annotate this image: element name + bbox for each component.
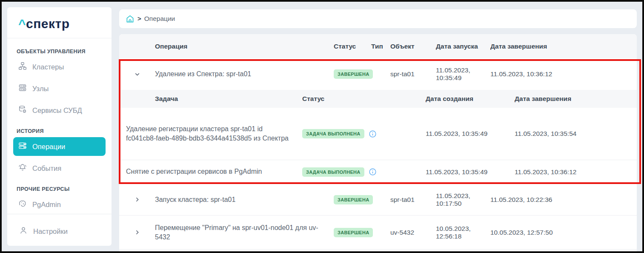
operation-start: 11.05.2023, 10:17:50 bbox=[436, 192, 490, 207]
col-header-operation: Операция bbox=[155, 43, 334, 50]
sidebar-item-operations[interactable]: Операции bbox=[13, 137, 106, 156]
operation-name: Удаление из Спектра: spr-ta01 bbox=[155, 69, 334, 79]
operation-object: uv-5432 bbox=[390, 229, 436, 236]
info-icon[interactable] bbox=[369, 168, 377, 176]
breadcrumb: > Операции bbox=[119, 9, 637, 28]
operation-end: 11.05.2023, 10:22:36 bbox=[490, 196, 637, 204]
sidebar-item-label: Настройки bbox=[33, 227, 68, 236]
table-row[interactable]: Перемещение "Primary" на spr-uv01-node01… bbox=[119, 215, 637, 249]
status-badge: ЗАВЕРШЕНА bbox=[334, 69, 373, 79]
status-badge: ЗАВЕРШЕНА bbox=[334, 195, 373, 204]
sidebar-item-label: Узлы bbox=[32, 85, 49, 93]
info-icon[interactable] bbox=[369, 130, 377, 138]
breadcrumb-current: Операции bbox=[144, 15, 175, 23]
task-row: Удаление регистрации кластера spr-ta01 i… bbox=[119, 108, 637, 160]
section-title-objects: ОБЪЕКТЫ УПРАВЛЕНИЯ bbox=[17, 49, 102, 55]
section-title-other-resources: ПРОЧИЕ РЕСУРСЫ bbox=[17, 186, 102, 192]
db-services-icon bbox=[18, 105, 27, 115]
pgadmin-elephant-icon bbox=[18, 199, 27, 210]
clusters-icon bbox=[18, 62, 27, 72]
task-end: 11.05.2023, 10:36:12 bbox=[515, 168, 637, 176]
task-created: 11.05.2023, 10:35:49 bbox=[426, 130, 515, 138]
user-icon bbox=[19, 226, 28, 236]
col-header-task-status: Статус bbox=[302, 95, 426, 103]
nodes-icon bbox=[18, 83, 27, 94]
breadcrumb-separator: > bbox=[137, 15, 141, 22]
operation-name: Запуск кластера: spr-ta01 bbox=[155, 195, 334, 204]
sidebar-item-label: Кластеры bbox=[32, 63, 64, 71]
col-header-type: Тип bbox=[371, 43, 390, 50]
operation-end: 10.05.2023, 12:57:50 bbox=[490, 229, 637, 236]
section-title-history: ИСТОРИЯ bbox=[17, 128, 102, 134]
sidebar-item-nodes[interactable]: Узлы bbox=[13, 79, 106, 98]
operation-start: 11.05.2023, 10:35:49 bbox=[436, 66, 490, 82]
operation-object: spr-ta01 bbox=[390, 196, 436, 204]
logo-wordmark: спектр bbox=[26, 17, 70, 31]
col-header-start: Дата запуска bbox=[436, 43, 490, 50]
sidebar-item-events[interactable]: События bbox=[13, 159, 106, 178]
col-header-task: Задача bbox=[119, 95, 302, 103]
task-name: Снятие с регистрации сервисов в PgAdmin bbox=[119, 161, 302, 182]
tasks-header-row: Задача Статус Дата создания Дата заверше… bbox=[119, 90, 637, 108]
sidebar-item-pgadmin[interactable]: PgAdmin bbox=[13, 195, 106, 214]
sidebar-item-label: PgAdmin bbox=[32, 201, 61, 209]
operations-table: Операция Статус Тип Объект Дата запуска … bbox=[119, 34, 637, 251]
sidebar: ^спектр ОБЪЕКТЫ УПРАВЛЕНИЯ Кластеры Узлы… bbox=[7, 7, 112, 246]
logo-caret: ^ bbox=[18, 17, 26, 31]
sidebar-item-label: Сервисы СУБД bbox=[32, 106, 82, 115]
operations-icon bbox=[18, 141, 27, 152]
task-end: 11.05.2023, 10:35:54 bbox=[515, 130, 637, 138]
col-header-object: Объект bbox=[390, 43, 436, 50]
operation-object: spr-ta01 bbox=[390, 70, 436, 78]
sidebar-nav: ОБЪЕКТЫ УПРАВЛЕНИЯ Кластеры Узлы Сервисы… bbox=[7, 38, 112, 214]
sidebar-footer: Настройки bbox=[7, 214, 112, 253]
sidebar-item-label: Операции bbox=[32, 143, 65, 151]
sidebar-item-db-services[interactable]: Сервисы СУБД bbox=[13, 101, 106, 120]
table-row[interactable]: Удаление из Спектра: spr-ta01 ЗАВЕРШЕНА … bbox=[119, 58, 637, 90]
status-badge: ЗАДАЧА ВЫПОЛНЕНА bbox=[302, 129, 364, 138]
main-content: > Операции Операция Статус Тип Объект Да… bbox=[119, 9, 637, 251]
app-logo: ^спектр bbox=[7, 7, 112, 38]
task-created: 11.05.2023, 10:35:49 bbox=[426, 168, 515, 176]
operation-start: 10.05.2023, 12:56:18 bbox=[436, 225, 490, 240]
events-icon bbox=[18, 163, 27, 173]
chevron-right-icon[interactable] bbox=[134, 229, 141, 236]
operation-end: 11.05.2023, 10:36:12 bbox=[490, 70, 637, 78]
col-header-end: Дата завершения bbox=[490, 43, 637, 50]
status-badge: ЗАДАЧА ВЫПОЛНЕНА bbox=[302, 167, 364, 177]
home-icon[interactable] bbox=[126, 14, 135, 23]
operation-name: Перемещение "Primary" на spr-uv01-node01… bbox=[155, 223, 334, 242]
status-badge: ЗАВЕРШЕНА bbox=[334, 228, 373, 237]
col-header-task-created: Дата создания bbox=[426, 95, 515, 103]
sidebar-item-clusters[interactable]: Кластеры bbox=[13, 58, 106, 76]
sidebar-item-settings[interactable]: Настройки bbox=[18, 223, 100, 240]
table-row[interactable]: Запуск кластера: spr-ta01 ЗАВЕРШЕНА spr-… bbox=[119, 184, 637, 215]
task-name: Удаление регистрации кластера spr-ta01 i… bbox=[119, 118, 302, 150]
chevron-right-icon[interactable] bbox=[134, 196, 141, 203]
chevron-down-icon[interactable] bbox=[134, 71, 141, 78]
sidebar-item-label: События bbox=[32, 164, 61, 172]
col-header-status: Статус bbox=[334, 43, 371, 50]
col-header-task-end: Дата завершения bbox=[515, 95, 637, 103]
task-row: Снятие с регистрации сервисов в PgAdmin … bbox=[119, 160, 637, 184]
table-header-row: Операция Статус Тип Объект Дата запуска … bbox=[119, 34, 637, 58]
